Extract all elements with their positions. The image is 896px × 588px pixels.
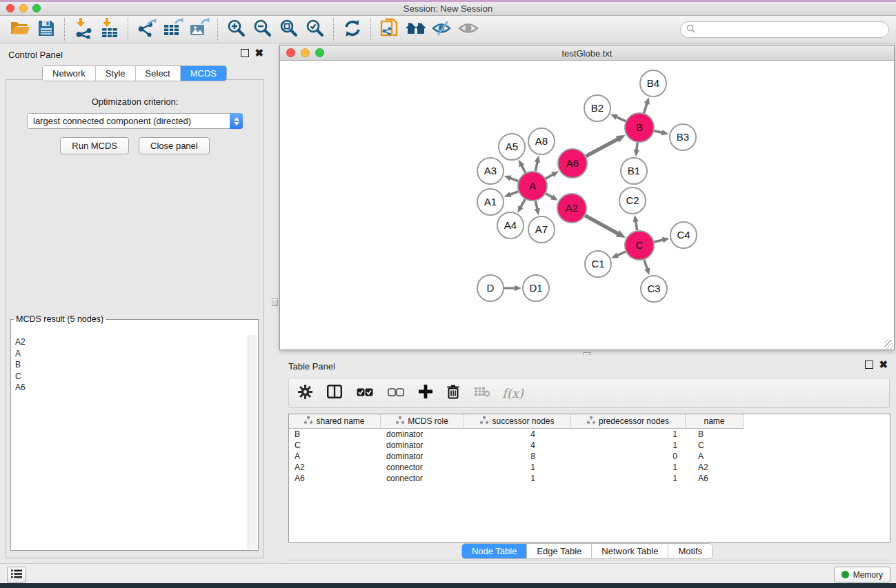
table-cell[interactable]: connector [381, 474, 464, 483]
table-cell[interactable]: connector [381, 463, 464, 472]
mcds-result-scrollbar[interactable] [248, 335, 257, 549]
graph-node-A[interactable]: A [518, 172, 547, 201]
memory-button[interactable]: Memory [834, 567, 890, 582]
tab-style[interactable]: Style [96, 66, 136, 81]
network-graph[interactable]: AA1A2A3A4A5A6A7A8BB1B2B3B4CC1C2C3C4DD1 [280, 60, 894, 349]
graph-edge[interactable] [644, 260, 648, 270]
list-item[interactable]: B [15, 359, 248, 371]
close-panel-icon[interactable]: ✖ [879, 361, 888, 368]
list-item[interactable]: A [15, 348, 248, 360]
graph-node-A1[interactable]: A1 [477, 189, 504, 215]
table-cell[interactable]: 8 [464, 452, 571, 461]
tab-mcds[interactable]: MCDS [181, 66, 226, 81]
tab-network-table[interactable]: Network Table [592, 544, 668, 558]
delete-row-button[interactable] [447, 385, 459, 402]
tab-network[interactable]: Network [43, 66, 96, 81]
list-item[interactable]: C [15, 371, 248, 383]
graph-edge[interactable] [644, 103, 648, 113]
splitter-grip[interactable] [272, 298, 278, 306]
network-window-titlebar[interactable]: testGlobe.txt [280, 45, 894, 61]
deselect-all-button[interactable] [388, 387, 404, 399]
tab-select[interactable]: Select [136, 66, 181, 81]
graph-node-A2[interactable]: A2 [557, 194, 586, 223]
graph-node-B3[interactable]: B3 [670, 124, 696, 150]
table-body[interactable]: Bdominator41BCdominator41CAdominator80AA… [289, 429, 890, 484]
function-builder-button[interactable]: f(x) [502, 386, 524, 401]
table-row[interactable]: Cdominator41C [289, 440, 890, 451]
search-field[interactable] [680, 21, 889, 38]
delete-table-button[interactable] [474, 386, 490, 400]
graph-edge[interactable] [635, 221, 637, 231]
column-header-MCDS-role[interactable]: MCDS role [381, 414, 464, 429]
table-cell[interactable]: dominator [381, 429, 464, 439]
import-network-button[interactable] [70, 17, 97, 42]
graph-node-D[interactable]: D [477, 275, 504, 301]
show-columns-button[interactable] [327, 385, 342, 401]
graph-node-A6[interactable]: A6 [558, 149, 587, 178]
table-row[interactable]: A6connector11A6 [289, 473, 890, 484]
table-cell[interactable]: 4 [464, 429, 571, 439]
graph-edge[interactable] [585, 216, 619, 234]
graph-node-D1[interactable]: D1 [523, 275, 549, 301]
graph-edge[interactable] [509, 192, 518, 195]
graph-node-C[interactable]: C [625, 231, 654, 260]
export-table-button[interactable] [160, 17, 186, 42]
zoom-fit-button[interactable] [276, 17, 302, 42]
show-all-button[interactable] [455, 17, 481, 42]
graph-edge[interactable] [654, 131, 663, 133]
table-cell[interactable]: B [686, 429, 744, 439]
float-panel-icon[interactable] [865, 361, 873, 369]
save-session-button[interactable] [33, 17, 59, 42]
float-panel-icon[interactable] [241, 49, 249, 57]
graph-node-A7[interactable]: A7 [528, 216, 555, 243]
graph-node-A8[interactable]: A8 [528, 128, 555, 154]
select-all-button[interactable] [357, 387, 373, 399]
add-row-button[interactable] [419, 385, 432, 401]
new-network-from-selection-button[interactable] [377, 17, 403, 42]
table-cell[interactable]: 1 [464, 463, 571, 472]
task-history-button[interactable] [7, 567, 26, 582]
table-header[interactable]: shared nameMCDS rolesuccessor nodesprede… [289, 414, 890, 429]
table-cell[interactable]: 1 [571, 463, 686, 472]
graph-node-A5[interactable]: A5 [499, 134, 525, 160]
table-settings-button[interactable] [298, 385, 312, 402]
table-cell[interactable]: dominator [381, 452, 464, 461]
table-row[interactable]: A2connector11A2 [289, 462, 890, 473]
graph-node-C1[interactable]: C1 [585, 251, 611, 277]
list-item[interactable]: A6 [15, 382, 248, 394]
resize-grip[interactable] [884, 340, 893, 349]
table-cell[interactable]: 1 [571, 429, 686, 439]
graph-node-C2[interactable]: C2 [619, 187, 646, 214]
graph-edge[interactable] [654, 240, 664, 242]
table-cell[interactable]: C [686, 440, 744, 450]
export-image-button[interactable] [186, 17, 212, 42]
table-cell[interactable]: B [289, 429, 381, 439]
zoom-out-button[interactable] [250, 17, 276, 42]
tab-motifs[interactable]: Motifs [668, 544, 712, 558]
import-table-button[interactable] [97, 17, 123, 42]
export-network-button[interactable] [134, 17, 160, 42]
column-header-predecessor-nodes[interactable]: predecessor nodes [571, 414, 686, 429]
table-row[interactable]: Adominator80A [289, 451, 890, 462]
table-cell[interactable]: 0 [571, 452, 686, 461]
node-table[interactable]: shared nameMCDS rolesuccessor nodesprede… [288, 414, 890, 543]
column-header-name[interactable]: name [686, 414, 744, 429]
tab-node-table[interactable]: Node Table [462, 544, 528, 558]
close-panel-button[interactable]: Close panel [139, 137, 210, 154]
list-item[interactable]: A2 [15, 336, 248, 348]
graph-node-B2[interactable]: B2 [584, 95, 610, 121]
hide-selected-button[interactable] [429, 17, 455, 42]
table-cell[interactable]: A2 [686, 463, 744, 472]
run-mcds-button[interactable]: Run MCDS [60, 137, 129, 154]
graph-node-B1[interactable]: B1 [621, 158, 647, 184]
table-cell[interactable]: A [289, 452, 381, 461]
graph-node-B[interactable]: B [625, 113, 654, 142]
graph-node-A3[interactable]: A3 [477, 158, 504, 184]
open-session-button[interactable] [7, 17, 33, 42]
graph-node-C4[interactable]: C4 [670, 222, 697, 248]
graph-edge[interactable] [615, 116, 626, 121]
search-input[interactable] [699, 24, 888, 35]
table-cell[interactable]: dominator [381, 440, 464, 450]
table-cell[interactable]: 1 [571, 474, 686, 483]
graph-edge[interactable] [586, 139, 619, 156]
